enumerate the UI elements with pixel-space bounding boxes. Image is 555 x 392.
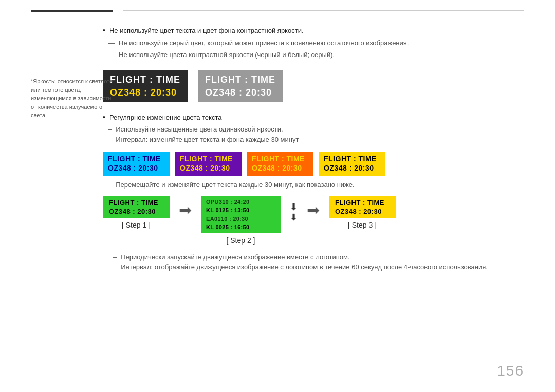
main-content: • Не используйте цвет текста и цвет фона… — [103, 26, 555, 272]
color-box-purple-row1: FLIGHT : TIME — [180, 155, 236, 163]
flight-box-gray-row2: OZ348 : 20:30 — [205, 87, 275, 98]
bullet-dot-1: • — [103, 26, 105, 36]
flight-box-dark-row2: OZ348 : 20:30 — [110, 87, 180, 98]
step-2-row3: EA0110 : 20:30 — [206, 215, 275, 223]
dash-text-3a: Используйте насыщенные цвета одинаковой … — [116, 124, 299, 135]
dash-text-3b: Интервал: изменяйте цвет текста и фона к… — [116, 135, 299, 145]
step-1-box: FLIGHT : TIME OZ348 : 20:30 — [103, 196, 170, 218]
down-arrows-block: ⬇ ⬇ — [290, 202, 298, 222]
step-3-box: FLIGHT : TIME OZ348 : 20:30 — [329, 196, 396, 218]
dash-text-1: Не используйте серый цвет, который может… — [119, 38, 409, 48]
steps-row: FLIGHT : TIME OZ348 : 20:30 [ Step 1 ] ➡… — [103, 196, 555, 245]
step-3-label: [ Step 3 ] — [348, 221, 377, 229]
top-line-right — [123, 10, 524, 11]
color-box-purple-row2: OZ348 : 20:30 — [180, 164, 236, 172]
sidebar-note: *Яркость: относится к светлоте или темно… — [31, 77, 116, 120]
arrow-right-icon-1: ➡ — [179, 202, 192, 218]
step-2-row1: OPU310 : 24:20 — [206, 198, 275, 207]
color-box-cyan: FLIGHT : TIME OZ348 : 20:30 — [103, 152, 170, 176]
flight-box-gray-row1: FLIGHT : TIME — [205, 74, 275, 85]
top-line-left — [31, 10, 113, 12]
step-2-row2: KL 0125 : 13:50 — [206, 206, 275, 215]
dash-text-2: Не используйте цвета контрастной яркости… — [119, 50, 335, 60]
bullet-text-1: Не используйте цвет текста и цвет фона к… — [109, 26, 304, 36]
color-box-purple: FLIGHT : TIME OZ348 : 20:30 — [175, 152, 242, 176]
down-arrow-icon-2: ⬇ — [290, 213, 298, 222]
dash-item-3: – Используйте насыщенные цвета одинаково… — [108, 124, 555, 144]
flight-box-gray: FLIGHT : TIME OZ348 : 20:30 — [198, 70, 283, 102]
bullet-item-2: • Регулярное изменение цвета текста — [103, 113, 555, 123]
bottom-dash-text-1b: Интервал: отображайте движущееся изображ… — [121, 262, 488, 272]
step-1-row1: FLIGHT : TIME — [109, 199, 163, 207]
dash-symbol-3: – — [108, 124, 112, 135]
dash-item-1: — Не используйте серый цвет, который мож… — [108, 38, 555, 48]
color-box-orange: FLIGHT : TIME OZ348 : 20:30 — [247, 152, 313, 176]
dash-symbol-1: — — [108, 38, 115, 48]
dash-symbol-4: – — [108, 180, 112, 190]
bullet-text-2: Регулярное изменение цвета текста — [109, 113, 222, 123]
bottom-dash-text-1a: Периодически запускайте движущееся изобр… — [121, 252, 488, 263]
color-box-yellow-row2: OZ348 : 20:30 — [324, 164, 380, 172]
bottom-notes: – Периодически запускайте движущееся изо… — [108, 252, 555, 272]
color-box-yellow: FLIGHT : TIME OZ348 : 20:30 — [319, 152, 385, 176]
color-box-cyan-row1: FLIGHT : TIME — [108, 155, 164, 163]
step-2-row4: KL 0025 : 16:50 — [206, 223, 275, 232]
step-1-block: FLIGHT : TIME OZ348 : 20:30 [ Step 1 ] — [103, 196, 170, 229]
color-box-cyan-row2: OZ348 : 20:30 — [108, 164, 164, 172]
step-3-row1: FLIGHT : TIME — [335, 199, 390, 207]
step-2-block: OPU310 : 24:20 KL 0125 : 13:50 EA0110 : … — [201, 196, 281, 245]
arrow-3: ➡ — [307, 202, 320, 218]
flight-examples-row: FLIGHT : TIME OZ348 : 20:30 FLIGHT : TIM… — [103, 70, 555, 102]
step-3-row2: OZ348 : 20:30 — [335, 208, 390, 215]
step-3-block: FLIGHT : TIME OZ348 : 20:30 [ Step 3 ] — [329, 196, 396, 229]
dash-item-2: — Не используйте цвета контрастной яркос… — [108, 50, 555, 60]
bottom-dash-symbol-1: – — [113, 252, 117, 263]
step-2-label: [ Step 2 ] — [226, 236, 255, 245]
bottom-dash-1: – Периодически запускайте движущееся изо… — [113, 252, 555, 272]
down-arrow-icon-1: ⬇ — [290, 202, 298, 212]
dash-text-4: Перемещайте и изменяйте цвет текста кажд… — [116, 180, 354, 190]
bullet-item-1: • Не используйте цвет текста и цвет фона… — [103, 26, 555, 36]
step-2-box: OPU310 : 24:20 KL 0125 : 13:50 EA0110 : … — [201, 196, 281, 233]
dash-symbol-2: — — [108, 50, 115, 60]
flight-box-dark-row1: FLIGHT : TIME — [110, 74, 180, 85]
arrow-right-icon-2: ➡ — [307, 202, 320, 218]
page-number: 156 — [497, 363, 524, 379]
color-boxes-row: FLIGHT : TIME OZ348 : 20:30 FLIGHT : TIM… — [103, 152, 555, 176]
color-box-orange-row1: FLIGHT : TIME — [252, 155, 308, 163]
color-box-orange-row2: OZ348 : 20:30 — [252, 164, 308, 172]
arrow-1: ➡ — [179, 202, 192, 218]
step-1-row2: OZ348 : 20:30 — [109, 208, 163, 215]
step-1-label: [ Step 1 ] — [122, 221, 151, 229]
color-box-yellow-row1: FLIGHT : TIME — [324, 155, 380, 163]
dash-item-4: – Перемещайте и изменяйте цвет текста ка… — [108, 180, 555, 190]
